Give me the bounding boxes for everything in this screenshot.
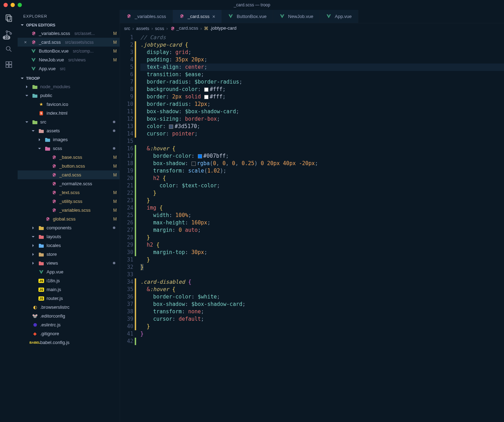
explorer-icon[interactable] (4, 13, 13, 23)
code-line[interactable]: transform: scale(1.02); (140, 167, 504, 175)
tree-item[interactable]: components (18, 223, 120, 232)
code-line[interactable]: margin: 0 auto; (140, 227, 504, 234)
tree-item[interactable]: BABEL babel.config.js (18, 338, 120, 347)
tree-item[interactable]: global.scss M (18, 215, 120, 223)
breadcrumb-item[interactable]: ⌘.jobtype-card (204, 25, 236, 31)
close-icon[interactable]: × (23, 40, 28, 45)
tree-item[interactable]: ◐ .browserslistrc (18, 303, 120, 312)
code-line[interactable]: border-color: #007bff; (140, 152, 504, 160)
editor-tab[interactable]: ButtonBox.vue (222, 10, 273, 23)
extensions-icon[interactable] (4, 60, 13, 69)
code-line[interactable] (140, 138, 504, 145)
code-line[interactable]: border-radius: $border-radius; (140, 78, 504, 86)
code-line[interactable]: } (140, 264, 504, 271)
tree-item[interactable]: images (18, 135, 120, 144)
tree-item[interactable]: 🐭 .editorconfig (18, 312, 120, 320)
code-line[interactable]: // Cards (140, 34, 504, 41)
open-editor-item[interactable]: NewJob.vue src/views M (18, 55, 120, 64)
code-line[interactable]: } (140, 234, 504, 241)
code-line[interactable]: } (140, 256, 504, 264)
tree-item[interactable]: _variables.scss M (18, 206, 120, 215)
code-line[interactable]: box-shadow: $box-shadow-card; (140, 108, 504, 115)
tree-item[interactable]: node_modules (18, 82, 120, 91)
code-line[interactable]: } (140, 330, 504, 338)
tree-item[interactable]: public (18, 91, 120, 100)
titlebar[interactable]: _card.scss — troop (0, 0, 504, 10)
code-line[interactable]: border-color: $white; (140, 293, 504, 301)
code-line[interactable]: img { (140, 204, 504, 212)
close-tab-icon[interactable]: × (212, 14, 215, 19)
tree-item[interactable]: locales (18, 241, 120, 250)
tree-item[interactable]: ⬣ .eslintrc.js (18, 320, 120, 329)
code-line[interactable]: } (140, 323, 504, 330)
editor-tab[interactable]: NewJob.vue (273, 10, 320, 23)
search-icon[interactable] (4, 44, 13, 54)
source-control-icon[interactable]: 10 (4, 29, 13, 38)
code-line[interactable]: } (140, 197, 504, 204)
code-line[interactable]: transform: none; (140, 308, 504, 315)
breadcrumb-item[interactable]: src (124, 26, 130, 31)
tree-item[interactable]: store (18, 250, 120, 259)
project-section[interactable]: TROOP (18, 74, 120, 82)
tree-item[interactable]: JS main.js (18, 285, 120, 294)
editor-tab[interactable]: _card.scss × (173, 10, 222, 23)
code-line[interactable]: h2 { (140, 241, 504, 249)
tree-item[interactable]: 5 index.html (18, 109, 120, 117)
code-line[interactable]: } (140, 189, 504, 197)
code-line[interactable]: color: #3d5170; (140, 123, 504, 130)
code-line[interactable]: cursor: default; (140, 315, 504, 323)
code-line[interactable] (140, 338, 504, 345)
code-line[interactable]: max-height: 160px; (140, 219, 504, 227)
tree-item[interactable]: _normalize.scss (18, 179, 120, 188)
code-line[interactable]: cursor: pointer; (140, 130, 504, 138)
tree-item[interactable]: App.vue (18, 267, 120, 276)
code-line[interactable]: transition: $ease; (140, 71, 504, 78)
close-window-icon[interactable] (4, 3, 8, 7)
tree-item[interactable]: _button.scss M (18, 162, 120, 170)
editor-tab[interactable]: _variables.scss (120, 10, 173, 23)
tree-item[interactable]: JS i18n.js (18, 276, 120, 285)
code-line[interactable]: text-align: center; (140, 64, 504, 71)
open-editor-item[interactable]: _variables.scss src/asset... M (18, 29, 120, 38)
code-line[interactable]: .jobtype-card { (140, 41, 504, 49)
breadcrumb[interactable]: src›assets›scss›_card.scss›⌘.jobtype-car… (120, 23, 504, 33)
code-line[interactable]: color: $text-color; (140, 182, 504, 189)
code-line[interactable]: margin-top: 30px; (140, 249, 504, 256)
tree-item[interactable]: ◆ .gitignore (18, 329, 120, 338)
open-editor-item[interactable]: App.vue src (18, 64, 120, 73)
code-editor[interactable]: 12▶3456789101112131415161718192021222324… (120, 33, 504, 422)
code-line[interactable]: padding: 35px 20px; (140, 56, 504, 64)
tree-item[interactable]: src (18, 117, 120, 126)
code-line[interactable]: border-radius: 12px; (140, 101, 504, 108)
code-line[interactable]: box-sizing: border-box; (140, 115, 504, 123)
open-editor-item[interactable]: ButtonBox.vue src/comp... M (18, 47, 120, 55)
code-line[interactable]: box-shadow: rgba(0, 0, 0, 0.25) 0 20px 4… (140, 160, 504, 167)
code-line[interactable] (140, 271, 504, 278)
minimize-window-icon[interactable] (11, 3, 15, 7)
maximize-window-icon[interactable] (18, 3, 22, 7)
code-line[interactable]: background-color: #fff; (140, 86, 504, 93)
tree-item[interactable]: ★ favicon.ico (18, 100, 120, 109)
breadcrumb-item[interactable]: scss (155, 26, 164, 31)
tree-item[interactable]: views (18, 259, 120, 267)
code-line[interactable]: &:hover { (140, 145, 504, 152)
tree-item[interactable]: _card.scss M (18, 170, 120, 179)
code-line[interactable]: border: 2px solid #fff; (140, 93, 504, 101)
code-line[interactable]: h2 { (140, 175, 504, 182)
tree-item[interactable]: JS router.js (18, 294, 120, 303)
open-editor-item[interactable]: × _card.scss src/assets/scss M (18, 38, 120, 47)
code-line[interactable]: width: 100%; (140, 212, 504, 219)
editor-tab[interactable]: App.vue (320, 10, 358, 23)
tree-item[interactable]: scss (18, 144, 120, 153)
breadcrumb-item[interactable]: assets (136, 26, 150, 31)
tree-item[interactable]: assets (18, 126, 120, 135)
tree-item[interactable]: _text.scss M (18, 188, 120, 197)
code-line[interactable]: display: grid; (140, 49, 504, 56)
tree-item[interactable]: _utility.scss M (18, 197, 120, 206)
breadcrumb-item[interactable]: _card.scss (170, 25, 198, 31)
code-lines[interactable]: // Cards.jobtype-card { display: grid; p… (138, 33, 504, 422)
open-editors-section[interactable]: OPEN EDITORS (18, 21, 120, 29)
code-line[interactable]: box-shadow: $box-shadow-card; (140, 301, 504, 308)
code-line[interactable]: &:hover { (140, 286, 504, 293)
code-line[interactable]: .card-disabled { (140, 278, 504, 286)
